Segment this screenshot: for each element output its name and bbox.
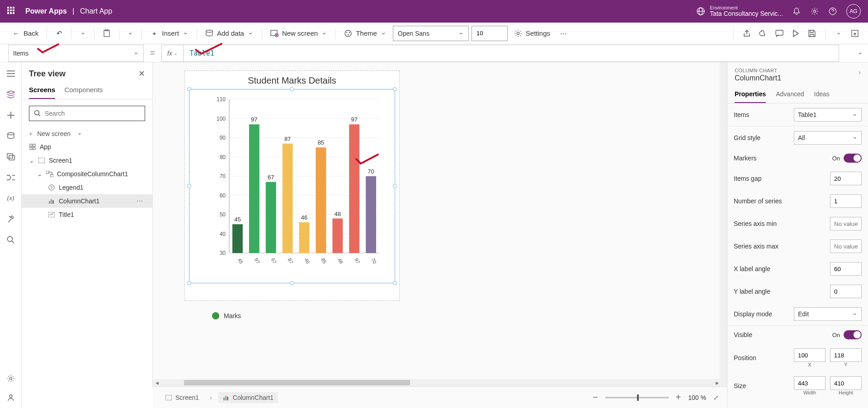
hamburger-icon[interactable] (6, 69, 16, 79)
canvas-area[interactable]: Student Marks Details 304050607080901001… (153, 62, 727, 386)
prop-height-sub: Height (830, 390, 862, 395)
media-rail-icon[interactable] (6, 152, 16, 162)
chevron-right-icon[interactable]: › (859, 69, 861, 76)
resize-handle[interactable] (187, 87, 191, 91)
checker-icon[interactable] (758, 28, 768, 38)
flows-rail-icon[interactable] (6, 173, 16, 183)
prop-width-input[interactable] (794, 376, 826, 390)
close-panel-icon[interactable]: ✕ (138, 69, 145, 79)
tools-rail-icon[interactable] (6, 214, 16, 224)
tree-new-screen-button[interactable]: + New screen (22, 127, 152, 140)
prop-xlabel-input[interactable] (830, 262, 862, 276)
insert-button[interactable]: +Insert (146, 27, 192, 40)
search-rail-icon[interactable] (6, 235, 16, 245)
undo-dropdown[interactable] (76, 27, 90, 40)
new-screen-button[interactable]: New screen (267, 27, 331, 40)
visible-toggle[interactable] (844, 330, 862, 339)
composite-chart-container[interactable]: Student Marks Details 304050607080901001… (184, 70, 400, 301)
tree-view-icon[interactable] (6, 89, 16, 99)
share-icon[interactable] (742, 28, 752, 38)
prop-displaymode-select[interactable]: Edit (794, 307, 862, 321)
help-icon[interactable] (828, 7, 837, 16)
prop-markers-label: Markers (734, 155, 757, 162)
tree-search-field[interactable] (45, 110, 140, 117)
more-button[interactable]: ⋯ (557, 27, 571, 40)
zoom-slider[interactable] (605, 397, 669, 399)
chart-legend[interactable]: Marks (212, 312, 241, 319)
insert-rail-icon[interactable] (6, 110, 16, 120)
resize-handle[interactable] (187, 281, 191, 285)
zoom-out-icon[interactable]: − (593, 392, 598, 403)
resize-handle[interactable] (393, 87, 397, 91)
tab-components[interactable]: Components (64, 82, 103, 99)
prop-axismin-input[interactable] (830, 217, 862, 230)
prop-items-select[interactable]: Table1 (794, 108, 862, 122)
chevron-down-icon[interactable]: ⌄ (37, 170, 42, 178)
play-icon[interactable] (791, 28, 801, 38)
user-avatar[interactable]: AG (846, 4, 861, 19)
resize-handle[interactable] (393, 184, 397, 188)
fx-label[interactable]: fx⌄ (162, 45, 184, 61)
tree-view-panel: Tree view ✕ Screens Components + New scr… (22, 62, 153, 386)
prop-ylabel-input[interactable] (830, 285, 862, 298)
markers-toggle[interactable] (844, 154, 862, 163)
columnchart-selection[interactable]: 3040506070809010011045459797676787874646… (189, 89, 395, 283)
paste-button[interactable] (99, 27, 114, 40)
settings-gear-icon[interactable] (810, 7, 819, 16)
back-button[interactable]: ←Back (8, 27, 42, 40)
canvas-hscroll[interactable]: ◂▸ (153, 379, 722, 386)
tree-search-input[interactable] (29, 106, 145, 121)
prop-itemsgap-input[interactable] (830, 172, 862, 185)
chevron-down-icon[interactable]: ⌄ (29, 157, 34, 164)
zoom-in-icon[interactable]: + (676, 392, 681, 403)
environment-picker[interactable]: Environment Tata Consultancy Servic... (696, 5, 783, 17)
font-family-select[interactable]: Open Sans (393, 26, 469, 41)
tab-advanced[interactable]: Advanced (776, 87, 804, 103)
app-name[interactable]: Chart App (80, 7, 112, 15)
prop-axismax-input[interactable] (830, 239, 862, 253)
tree-node-screen1[interactable]: ⌄ Screen1 (22, 154, 152, 167)
tree-node-app[interactable]: App (22, 140, 152, 154)
comments-icon[interactable] (774, 28, 784, 38)
add-data-button[interactable]: Add data (202, 27, 257, 40)
tab-properties[interactable]: Properties (735, 87, 766, 103)
settings-rail-icon[interactable] (6, 374, 16, 384)
paste-dropdown[interactable] (124, 27, 137, 40)
prop-height-input[interactable] (830, 376, 862, 390)
save-dropdown[interactable] (834, 28, 844, 38)
font-size-input[interactable] (472, 26, 508, 41)
resize-handle[interactable] (290, 281, 294, 285)
variables-rail-icon[interactable]: (x) (6, 193, 16, 203)
publish-icon[interactable] (850, 28, 860, 38)
tree-node-legend1[interactable]: ? Legend1 (22, 181, 152, 194)
tree-node-composite[interactable]: ⌄ CompositeColumnChart1 (22, 167, 152, 181)
resize-handle[interactable] (393, 281, 397, 285)
save-icon[interactable] (807, 28, 817, 38)
control-name[interactable]: ColumnChart1 (735, 74, 861, 82)
tree-node-title1[interactable]: Title1 (22, 208, 152, 221)
tree-node-columnchart1[interactable]: ColumnChart1 ⋯ (22, 194, 152, 208)
tab-screens[interactable]: Screens (29, 82, 55, 99)
canvas-vscroll[interactable] (720, 62, 727, 386)
chart-title[interactable]: Student Marks Details (185, 71, 399, 88)
data-rail-icon[interactable] (6, 131, 16, 141)
node-more-icon[interactable]: ⋯ (137, 197, 143, 205)
prop-y-input[interactable] (830, 348, 862, 362)
theme-button[interactable]: Theme (340, 27, 390, 40)
settings-button[interactable]: Settings (510, 27, 554, 40)
prop-x-input[interactable] (794, 348, 826, 362)
prop-gridstyle-select[interactable]: All (794, 131, 862, 145)
resize-handle[interactable] (187, 184, 191, 188)
prop-numseries-input[interactable] (830, 194, 862, 208)
property-dropdown[interactable]: Items (8, 45, 144, 62)
notifications-icon[interactable] (792, 7, 801, 16)
tab-ideas[interactable]: Ideas (814, 87, 830, 103)
waffle-icon[interactable] (7, 7, 16, 16)
undo-button[interactable]: ↶ (52, 27, 67, 40)
expand-formula-icon[interactable] (853, 50, 868, 57)
fit-screen-icon[interactable]: ⤢ (713, 394, 719, 401)
breadcrumb-chart[interactable]: ColumnChart1 (218, 392, 278, 403)
breadcrumb-screen[interactable]: Screen1 (161, 392, 203, 403)
resize-handle[interactable] (290, 87, 294, 91)
feedback-rail-icon[interactable] (6, 393, 16, 403)
